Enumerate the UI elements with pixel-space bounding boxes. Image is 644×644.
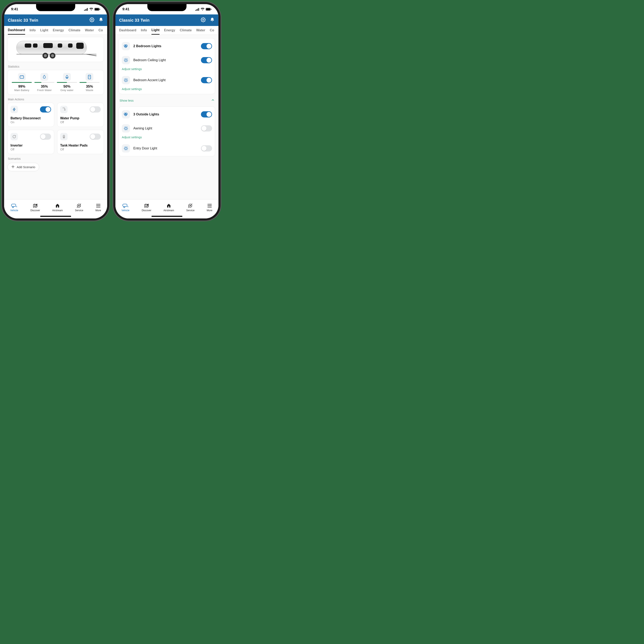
airstream-icon (52, 203, 63, 209)
toggle-switch[interactable] (90, 106, 101, 113)
tab-info[interactable]: Info (141, 26, 147, 34)
nav-discover[interactable]: Discover (142, 203, 151, 212)
lightbulb-icon (122, 56, 130, 64)
toggle-switch[interactable] (40, 106, 51, 113)
settings-gear-icon[interactable] (201, 17, 206, 23)
svg-point-78 (125, 127, 127, 129)
tab-bar: DashboardInfoLightEnergyClimateWaterCo (115, 26, 218, 35)
toggle-switch[interactable] (201, 111, 212, 117)
tab-bar: DashboardInfoLightEnergyClimateWaterCo (4, 26, 107, 35)
nav-label: Service (75, 209, 83, 212)
tab-energy[interactable]: Energy (164, 26, 175, 34)
svg-point-42 (79, 205, 79, 206)
tab-light[interactable]: Light (40, 26, 48, 34)
tab-energy[interactable]: Energy (53, 26, 64, 34)
chevron-up-icon (211, 99, 214, 102)
notifications-bell-icon[interactable] (99, 17, 103, 23)
tab-light[interactable]: Light (151, 26, 160, 35)
adjust-settings-link[interactable]: Adjust settings (122, 67, 212, 73)
stat-icon (40, 73, 48, 81)
battery-icon (94, 8, 100, 11)
svg-line-95 (127, 147, 128, 147)
page-title: Classic 33 Twin (8, 18, 38, 23)
settings-gear-icon[interactable] (89, 17, 94, 23)
notifications-bell-icon[interactable] (210, 17, 215, 23)
svg-line-83 (124, 127, 125, 127)
tab-info[interactable]: Info (30, 26, 36, 34)
light-name: Bedroom Ceiling Light (133, 58, 166, 62)
svg-point-101 (147, 205, 148, 205)
adjust-settings-link[interactable]: Adjust settings (122, 87, 212, 93)
stat-value: 50% (56, 84, 78, 89)
nav-service[interactable]: Service (75, 203, 83, 212)
tab-co[interactable]: Co (99, 26, 103, 34)
nav-label: Airstream (163, 209, 174, 212)
airstream-icon (163, 203, 174, 209)
nav-more[interactable]: More (95, 203, 101, 212)
nav-airstream[interactable]: Airstream (163, 203, 174, 212)
toggle-switch[interactable] (201, 77, 212, 83)
nav-vehicle[interactable]: Vehicle (122, 203, 130, 212)
svg-rect-3 (87, 8, 88, 11)
toggle-switch[interactable] (40, 134, 51, 140)
svg-rect-6 (100, 9, 100, 10)
action-state: Off (11, 148, 51, 151)
wifi-icon (201, 8, 204, 11)
tab-water[interactable]: Water (85, 26, 94, 34)
toggle-switch[interactable] (201, 125, 212, 131)
stat-grey-water[interactable]: 50%Grey water (56, 73, 78, 92)
toggle-switch[interactable] (201, 57, 212, 63)
light-name: 2 Bedroom Lights (133, 44, 161, 48)
svg-rect-5 (95, 8, 99, 10)
svg-rect-35 (11, 204, 16, 206)
tab-dashboard[interactable]: Dashboard (8, 26, 25, 35)
lightbulb-icon (122, 124, 130, 133)
home-indicator (151, 216, 182, 217)
svg-point-17 (44, 54, 47, 57)
nav-discover[interactable]: Discover (30, 203, 40, 212)
show-less-label: Show less (120, 99, 134, 102)
stat-fresh-water[interactable]: 35%Fresh Water (33, 73, 56, 92)
plus-icon (11, 165, 15, 169)
nav-service[interactable]: Service (186, 203, 195, 212)
status-time: 9:41 (122, 7, 129, 11)
svg-line-63 (127, 61, 128, 62)
svg-rect-13 (68, 43, 73, 48)
tab-co[interactable]: Co (210, 26, 214, 34)
tab-climate[interactable]: Climate (68, 26, 80, 34)
vehicle-icon (122, 203, 130, 209)
svg-line-74 (127, 79, 128, 79)
stat-name: Main Battery (11, 89, 33, 92)
nav-more[interactable]: More (207, 203, 212, 212)
action-state: On (11, 121, 51, 124)
tab-water[interactable]: Water (196, 26, 205, 34)
adjust-settings-link[interactable]: Adjust settings (122, 135, 212, 141)
tab-dashboard[interactable]: Dashboard (119, 26, 136, 34)
svg-line-72 (127, 81, 128, 82)
content-dashboard: Statistics 99%Main Battery35%Fresh Water… (4, 35, 107, 200)
toggle-switch[interactable] (201, 43, 212, 49)
stat-name: Waste (78, 89, 101, 92)
toggle-switch[interactable] (90, 134, 101, 140)
svg-line-85 (124, 130, 125, 130)
svg-point-66 (125, 79, 127, 81)
stat-waste[interactable]: 35%Waste (78, 73, 101, 92)
stat-main-battery[interactable]: 99%Main Battery (11, 73, 33, 92)
nav-vehicle[interactable]: Vehicle (10, 203, 18, 212)
discover-icon (142, 203, 151, 209)
light-name: Awning Light (133, 127, 152, 130)
nav-label: More (207, 209, 212, 212)
svg-rect-49 (198, 8, 199, 11)
light-row: Entry Door Light (122, 141, 212, 155)
add-scenario-label: Add Scenario (17, 165, 35, 169)
nav-label: Discover (142, 209, 151, 212)
toggle-switch[interactable] (201, 145, 212, 151)
action-title: Inverter (11, 144, 51, 147)
show-less-toggle[interactable]: Show less (119, 97, 215, 104)
light-row: Bedroom Ceiling Light (122, 53, 212, 67)
tab-climate[interactable]: Climate (180, 26, 192, 34)
lightbulb-icon (122, 144, 130, 152)
battery-icon (206, 8, 211, 11)
add-scenario-button[interactable]: Add Scenario (7, 163, 39, 171)
nav-airstream[interactable]: Airstream (52, 203, 63, 212)
